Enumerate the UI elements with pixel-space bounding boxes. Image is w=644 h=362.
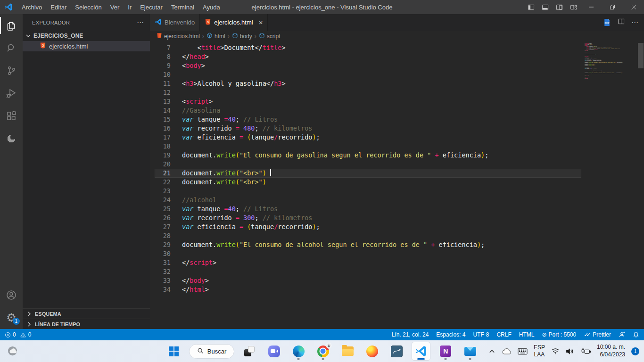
settings-gear-icon[interactable]: ⚙1 bbox=[0, 306, 23, 329]
minimap[interactable]: <!DOCTYPE html><html lang="en"><head> <m… bbox=[585, 43, 637, 137]
tray-chevron-up-icon[interactable] bbox=[489, 349, 495, 354]
code-line-34[interactable]: 34</html> bbox=[150, 285, 644, 294]
widgets-weather-icon[interactable] bbox=[7, 345, 19, 358]
notification-badge[interactable]: 1 bbox=[631, 347, 639, 355]
account-icon[interactable] bbox=[0, 284, 23, 306]
code-line-19[interactable]: 19document.write("El consumo de gasolina… bbox=[150, 151, 644, 160]
customize-layout-icon[interactable] bbox=[566, 0, 580, 14]
run-debug-icon[interactable] bbox=[0, 82, 23, 105]
php-server-icon[interactable]: PHP bbox=[603, 18, 611, 26]
indentation[interactable]: Espacios: 4 bbox=[436, 331, 465, 338]
menu-ejecutar[interactable]: Ejecutar bbox=[136, 0, 167, 14]
code-line-17[interactable]: 17var eficiencia = (tanque/recorrido); bbox=[150, 133, 644, 142]
edge-devtools-icon[interactable] bbox=[0, 127, 23, 150]
menu-ir[interactable]: Ir bbox=[124, 0, 136, 14]
prettier-status[interactable]: ✓✓ Prettier bbox=[584, 331, 611, 338]
code-line-15[interactable]: 15var tanque =40; // Litros bbox=[150, 115, 644, 124]
code-line-32[interactable]: 32 bbox=[150, 267, 644, 276]
code-line-10[interactable]: 10 bbox=[150, 70, 644, 79]
code-line-31[interactable]: 31</script> bbox=[150, 258, 644, 267]
extensions-icon[interactable] bbox=[0, 105, 23, 127]
mysql-workbench-button[interactable] bbox=[387, 342, 406, 361]
edge-button[interactable] bbox=[289, 342, 308, 361]
menu-archivo[interactable]: Archivo bbox=[17, 0, 46, 14]
toggle-sidebar-icon[interactable] bbox=[524, 0, 538, 14]
breadcrumb-script[interactable]: script bbox=[259, 33, 281, 40]
restore-button[interactable] bbox=[602, 0, 623, 14]
breadcrumb-body[interactable]: body bbox=[232, 33, 252, 40]
code-line-24[interactable]: 24//alcohol bbox=[150, 196, 644, 205]
source-control-icon[interactable] bbox=[0, 59, 23, 82]
chat-teams-button[interactable] bbox=[264, 342, 283, 361]
breadcrumb-html[interactable]: html bbox=[206, 33, 225, 40]
toggle-secondary-sidebar-icon[interactable] bbox=[552, 0, 566, 14]
code-line-16[interactable]: 16var recorrido = 480; // kilometros bbox=[150, 124, 644, 133]
taskbar-search[interactable]: Buscar bbox=[189, 344, 234, 359]
code-line-22[interactable]: 22document.write("<br>") bbox=[150, 178, 644, 187]
code-line-9[interactable]: 9<body> bbox=[150, 61, 644, 70]
chrome-button[interactable] bbox=[314, 342, 332, 361]
onenote-button[interactable]: N bbox=[436, 342, 455, 361]
task-view-button[interactable] bbox=[240, 342, 259, 361]
tab-ejercicios-html[interactable]: 5 ejercicios.html × bbox=[200, 14, 268, 31]
section-esquema[interactable]: ESQUEMA bbox=[23, 308, 150, 319]
feedback-icon[interactable] bbox=[619, 331, 625, 338]
menu-ayuda[interactable]: Ayuda bbox=[198, 0, 224, 14]
toggle-panel-icon[interactable] bbox=[538, 0, 552, 14]
language-mode[interactable]: HTML bbox=[519, 331, 535, 338]
menu-terminal[interactable]: Terminal bbox=[167, 0, 198, 14]
volume-icon[interactable] bbox=[566, 348, 574, 355]
onedrive-cloud-icon[interactable] bbox=[501, 348, 512, 355]
split-editor-icon[interactable] bbox=[618, 18, 625, 27]
menu-seleccion[interactable]: Selección bbox=[71, 0, 106, 14]
code-line-14[interactable]: 14//Gasolina bbox=[150, 106, 644, 115]
code-line-28[interactable]: 28 bbox=[150, 231, 644, 240]
close-window-button[interactable] bbox=[623, 0, 644, 14]
file-explorer-button[interactable] bbox=[338, 342, 357, 361]
code-line-21[interactable]: 21document.write("<br>") bbox=[150, 169, 644, 178]
minimize-button[interactable] bbox=[580, 0, 602, 14]
notifications-bell-icon[interactable] bbox=[633, 331, 639, 338]
vscode-taskbar-button[interactable] bbox=[412, 342, 430, 361]
code-line-30[interactable]: 30 bbox=[150, 249, 644, 258]
scrollbar-thumb[interactable] bbox=[638, 43, 644, 68]
code-line-8[interactable]: 8</head> bbox=[150, 52, 644, 61]
code-line-11[interactable]: 11<h3>Alcohol y gasolina</h3> bbox=[150, 79, 644, 88]
menu-editar[interactable]: Editar bbox=[46, 0, 71, 14]
code-editor[interactable]: 7 <title>Document</title>8</head>9<body>… bbox=[150, 42, 644, 329]
editor-scrollbar[interactable] bbox=[637, 42, 644, 329]
clock-date[interactable]: 10:00 a. m. 6/04/2023 bbox=[597, 344, 625, 358]
wifi-icon[interactable] bbox=[551, 348, 560, 354]
firefox-button[interactable] bbox=[363, 342, 381, 361]
code-line-29[interactable]: 29document.write("El consumo de alcohol … bbox=[150, 240, 644, 249]
explorer-more-actions-icon[interactable]: ⋯ bbox=[137, 18, 144, 27]
code-line-27[interactable]: 27var eficiencia = (tanque/recorrido); bbox=[150, 222, 644, 231]
tab-bienvenido[interactable]: Bienvenido bbox=[150, 14, 200, 31]
code-line-20[interactable]: 20 bbox=[150, 160, 644, 169]
breadcrumb-file[interactable]: ejercicios.html bbox=[157, 33, 200, 40]
code-line-33[interactable]: 33</body> bbox=[150, 276, 644, 285]
code-line-7[interactable]: 7 <title>Document</title> bbox=[150, 43, 644, 52]
code-line-12[interactable]: 12 bbox=[150, 88, 644, 97]
eol-sequence[interactable]: CRLF bbox=[496, 331, 511, 338]
touch-keyboard-icon[interactable] bbox=[518, 348, 528, 355]
language-indicator[interactable]: ESPLAA bbox=[534, 344, 545, 358]
problems-indicator[interactable]: 0 0 bbox=[5, 331, 31, 338]
code-line-25[interactable]: 25var tanque =40; // Litros bbox=[150, 205, 644, 214]
battery-plug-icon[interactable] bbox=[580, 348, 591, 354]
start-button[interactable] bbox=[165, 342, 183, 361]
code-line-26[interactable]: 26var recorrido = 300; // kilometros bbox=[150, 214, 644, 222]
folder-ejercicios-one[interactable]: EJERCICIOS_ONE bbox=[23, 31, 150, 41]
mail-button[interactable] bbox=[461, 342, 479, 361]
search-icon[interactable] bbox=[0, 37, 23, 59]
cursor-position[interactable]: Lín. 21, col. 24 bbox=[392, 331, 429, 338]
close-tab-icon[interactable]: × bbox=[259, 18, 263, 26]
menu-ver[interactable]: Ver bbox=[106, 0, 124, 14]
live-server-port[interactable]: ⊘ Port : 5500 bbox=[542, 331, 576, 338]
code-line-18[interactable]: 18 bbox=[150, 142, 644, 151]
code-line-13[interactable]: 13<script> bbox=[150, 97, 644, 106]
file-ejercicios-html[interactable]: 5 ejercicios.html bbox=[23, 41, 150, 51]
section-linea-de-tiempo[interactable]: LÍNEA DE TIEMPO bbox=[23, 319, 150, 329]
code-line-23[interactable]: 23 bbox=[150, 187, 644, 196]
more-actions-icon[interactable]: ⋯ bbox=[631, 18, 638, 27]
